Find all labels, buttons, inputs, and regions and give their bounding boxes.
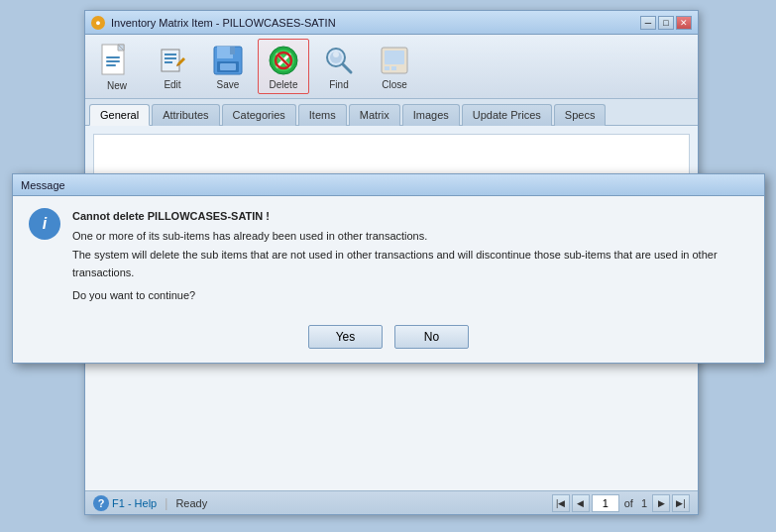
title-bar: ● Inventory Matrix Item - PILLOWCASES-SA… (85, 11, 698, 35)
page-total: 1 (638, 497, 650, 509)
delete-button[interactable]: Delete (258, 39, 309, 94)
svg-rect-24 (385, 51, 404, 64)
edit-button[interactable]: Edit (147, 39, 198, 94)
delete-label: Delete (270, 79, 298, 90)
app-icon: ● (91, 16, 105, 30)
svg-rect-3 (106, 56, 120, 58)
svg-line-21 (343, 64, 351, 72)
close-tool-icon (377, 43, 412, 77)
svg-rect-7 (165, 53, 176, 55)
svg-rect-8 (165, 57, 176, 59)
svg-rect-14 (220, 63, 236, 70)
save-label: Save (217, 79, 240, 90)
svg-rect-12 (230, 47, 235, 54)
svg-rect-4 (106, 60, 120, 62)
title-bar-left: ● Inventory Matrix Item - PILLOWCASES-SA… (91, 16, 336, 30)
delete-icon (266, 43, 301, 77)
status-bar: ? F1 - Help | Ready |◀ ◀ of 1 ▶ ▶| (85, 490, 698, 514)
save-button[interactable]: Save (202, 39, 254, 94)
title-controls: ─ □ ✕ (640, 16, 692, 30)
edit-label: Edit (164, 79, 180, 90)
tab-matrix[interactable]: Matrix (349, 104, 400, 126)
help-link[interactable]: ? F1 - Help (93, 495, 157, 511)
maximize-button[interactable]: □ (658, 16, 674, 30)
help-text: F1 - Help (112, 497, 157, 509)
tab-images[interactable]: Images (402, 104, 460, 126)
find-button[interactable]: Find (313, 39, 365, 94)
dialog-line1: Cannot delete PILLOWCASES-SATIN ! (72, 210, 270, 222)
tab-general[interactable]: General (89, 104, 150, 126)
dialog-title-bar: Message (13, 174, 764, 196)
svg-rect-25 (385, 66, 389, 70)
dialog-text: Cannot delete PILLOWCASES-SATIN ! One or… (72, 208, 748, 305)
nav-last-button[interactable]: ▶| (672, 494, 690, 512)
dialog-line2: One or more of its sub-items has already… (72, 228, 748, 246)
find-icon (321, 43, 357, 77)
tab-categories[interactable]: Categories (222, 104, 296, 126)
close-tool-label: Close (382, 79, 407, 90)
new-button[interactable]: New (91, 39, 143, 94)
toolbar: New Edit (85, 35, 698, 99)
no-button[interactable]: No (394, 325, 469, 349)
dialog-info-icon: i (29, 208, 60, 240)
tab-update-prices[interactable]: Update Prices (462, 104, 552, 126)
dialog-line3: The system will delete the sub items tha… (72, 247, 748, 281)
close-window-button[interactable]: ✕ (676, 16, 692, 30)
yes-button[interactable]: Yes (308, 325, 383, 349)
tab-attributes[interactable]: Attributes (152, 104, 219, 126)
message-dialog: Message i Cannot delete PILLOWCASES-SATI… (12, 173, 765, 364)
dialog-icon-text: i (43, 215, 47, 233)
tab-items[interactable]: Items (298, 104, 347, 126)
help-icon: ? (93, 495, 109, 511)
close-tool-button[interactable]: Close (369, 39, 420, 94)
dialog-content: i Cannot delete PILLOWCASES-SATIN ! One … (13, 196, 764, 317)
svg-rect-9 (165, 61, 172, 63)
status-text: Ready (175, 497, 207, 509)
dialog-line4: Do you want to continue? (72, 287, 748, 305)
edit-icon (155, 43, 190, 77)
svg-point-22 (333, 52, 339, 57)
tabs-bar: General Attributes Categories Items Matr… (85, 99, 698, 126)
window-title: Inventory Matrix Item - PILLOWCASES-SATI… (111, 17, 336, 29)
page-of: of (621, 497, 636, 509)
tab-specs[interactable]: Specs (554, 104, 607, 126)
new-label: New (107, 80, 127, 91)
svg-rect-6 (162, 50, 179, 71)
dialog-title: Message (21, 179, 65, 191)
svg-rect-26 (391, 66, 396, 70)
nav-prev-button[interactable]: ◀ (572, 494, 590, 512)
page-input[interactable] (592, 494, 619, 512)
dialog-buttons: Yes No (13, 317, 764, 363)
svg-rect-5 (106, 64, 116, 66)
status-left: ? F1 - Help | Ready (93, 495, 207, 511)
nav-controls: |◀ ◀ of 1 ▶ ▶| (552, 494, 690, 512)
save-icon (210, 43, 246, 77)
minimize-button[interactable]: ─ (640, 16, 656, 30)
nav-next-button[interactable]: ▶ (652, 494, 670, 512)
nav-first-button[interactable]: |◀ (552, 494, 570, 512)
find-label: Find (329, 79, 348, 90)
new-icon (99, 43, 135, 78)
